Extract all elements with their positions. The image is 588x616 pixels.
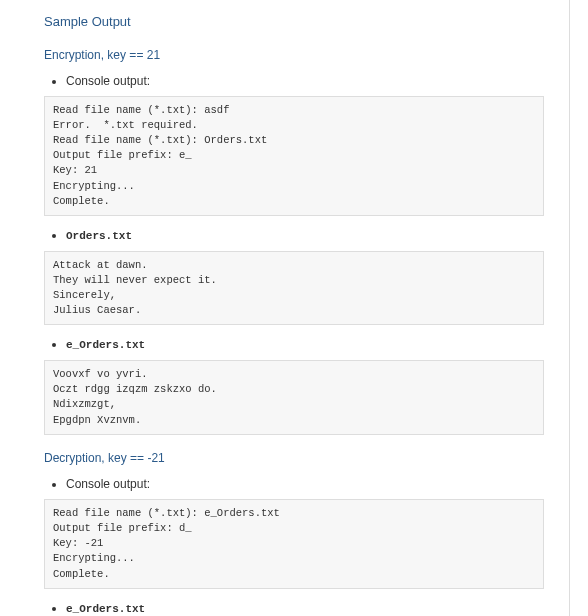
content-right-border (569, 0, 570, 616)
encryption-console-label: Console output: (66, 72, 544, 90)
encryption-file1-contents: Attack at dawn. They will never expect i… (44, 251, 544, 326)
decryption-console-label-list: Console output: (66, 475, 544, 493)
encryption-console-output: Read file name (*.txt): asdf Error. *.tx… (44, 96, 544, 217)
encryption-file2-contents: Voovxf vo yvri. Oczt rdgg izqzm zskzxo d… (44, 360, 544, 435)
decryption-heading: Decryption, key == -21 (44, 449, 544, 467)
encryption-file1-label: Orders.txt (66, 230, 132, 242)
decryption-console-label: Console output: (66, 475, 544, 493)
encryption-heading: Encryption, key == 21 (44, 46, 544, 64)
decryption-file1-label-list: e_Orders.txt (66, 599, 544, 616)
content-wrap: Sample Output Encryption, key == 21 Cons… (8, 12, 580, 616)
encryption-console-label-list: Console output: (66, 72, 544, 90)
list-item: e_Orders.txt (66, 335, 544, 354)
sample-output-heading: Sample Output (44, 12, 544, 32)
decryption-console-output: Read file name (*.txt): e_Orders.txt Out… (44, 499, 544, 589)
list-item: e_Orders.txt (66, 599, 544, 616)
decryption-file1-label: e_Orders.txt (66, 603, 145, 615)
encryption-file2-label-list: e_Orders.txt (66, 335, 544, 354)
encryption-file2-label: e_Orders.txt (66, 339, 145, 351)
page-container: Sample Output Encryption, key == 21 Cons… (0, 0, 588, 616)
list-item: Orders.txt (66, 226, 544, 245)
encryption-file1-label-list: Orders.txt (66, 226, 544, 245)
